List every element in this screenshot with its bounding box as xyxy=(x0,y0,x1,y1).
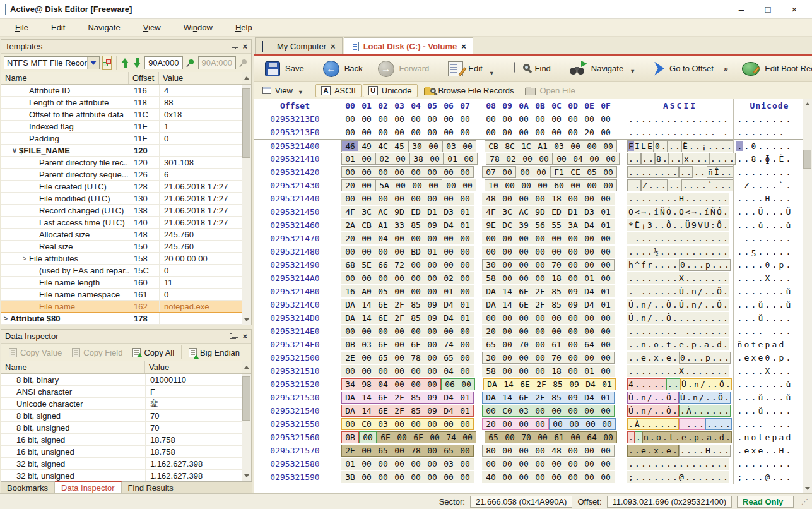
chevron-down-icon[interactable]: ▼ xyxy=(298,89,303,95)
inspector-row[interactable]: 32 bit, unsigned1.162.627.398 xyxy=(1,470,242,481)
template-row[interactable]: Parent directory file rec...120301.108 xyxy=(1,157,242,169)
close-panel-icon[interactable]: × xyxy=(242,42,247,51)
hex-row[interactable]: 0295321540DA146E2F8509D40100C00300000000… xyxy=(254,404,803,417)
hex-row[interactable]: 02953213E0000000000000000000000000000000… xyxy=(254,112,803,126)
template-row[interactable]: Padding11F0 xyxy=(1,133,242,145)
resize-grip[interactable]: ⋰ xyxy=(799,498,808,506)
hex-row[interactable]: 0295321490685E66720000000030000000700000… xyxy=(254,258,803,272)
column-value[interactable]: Value xyxy=(145,361,242,373)
hex-row[interactable]: 02953215002E0065007800650030000000700000… xyxy=(254,351,803,364)
template-row[interactable]: File name namespace1610 xyxy=(1,289,242,301)
hex-row[interactable]: 02953213F0000000000000000000000000000020… xyxy=(254,126,803,139)
template-row[interactable]: ∨$FILE_NAME120 xyxy=(1,145,242,157)
inspector-row[interactable]: 16 bit, signed18.758 xyxy=(1,434,242,446)
close-tab-icon[interactable]: × xyxy=(331,42,336,51)
goto-offset-button[interactable]: Go to Offset xyxy=(647,59,721,79)
hex-row[interactable]: 02953215903B0000000000000040000000000000… xyxy=(254,470,803,484)
close-tab-icon[interactable]: × xyxy=(461,42,466,51)
scroll-down-button[interactable] xyxy=(242,471,251,481)
tab-data-inspector[interactable]: Data Inspector xyxy=(55,481,122,493)
back-button[interactable]: ← Back xyxy=(315,57,370,80)
collapse-icon[interactable]: ∨ xyxy=(10,147,19,155)
hex-row[interactable]: 02953214B016A0050000000100DA146E2F8509D4… xyxy=(254,285,803,298)
menu-navigate[interactable]: Navigate xyxy=(79,20,129,35)
float-panel-icon[interactable] xyxy=(230,44,236,49)
hex-row[interactable]: 02953214602ACBA1338509D4019EDC3956553AD4… xyxy=(254,219,803,232)
tab-find-results[interactable]: Find Results xyxy=(122,482,180,493)
inspector-row[interactable]: 32 bit, signed1.162.627.398 xyxy=(1,458,242,470)
template-row[interactable]: Indexed flag11E1 xyxy=(1,121,242,133)
scroll-up-button[interactable] xyxy=(242,72,251,84)
hex-row[interactable]: 029532155000C003000000000020000000000000… xyxy=(254,417,803,431)
template-row[interactable]: >File attributes15820 00 00 00 xyxy=(1,253,242,265)
expand-icon[interactable]: > xyxy=(20,254,29,262)
scroll-up-button[interactable] xyxy=(803,99,812,109)
tab-my-computer[interactable]: My Computer × xyxy=(255,37,343,54)
template-row[interactable]: Record changed (UTC)13821.06.2018 17:27 xyxy=(1,205,242,217)
previous-record-button[interactable] xyxy=(121,56,130,70)
hex-row[interactable]: 0295321440000000000000000048000000180000… xyxy=(254,192,803,205)
hex-row[interactable]: 0295321530DA146E2F8509D401DA146E2F8509D4… xyxy=(254,391,803,404)
scroll-down-button[interactable] xyxy=(803,484,812,493)
unicode-toggle-button[interactable]: U Unicode xyxy=(363,84,418,97)
chevron-down-icon[interactable]: ▼ xyxy=(630,68,635,75)
tab-local-disk-c[interactable]: Local Disk (C:) - Volume × xyxy=(344,37,473,54)
chevron-down-icon[interactable]: ▼ xyxy=(489,70,495,76)
hex-row[interactable]: 02953214A0000000000000020058000000180001… xyxy=(254,272,803,285)
templates-scrollbar[interactable] xyxy=(242,85,251,325)
template-row[interactable]: File modified (UTC)13021.06.2018 17:27 xyxy=(1,193,242,205)
hex-row[interactable]: 0295321580010000000000030000000000000000… xyxy=(254,457,803,470)
menu-file[interactable]: File xyxy=(6,20,37,35)
column-name[interactable]: Name xyxy=(1,72,129,84)
expand-icon[interactable]: > xyxy=(1,314,10,322)
hex-row[interactable]: 029532148000000000BD01000000000000000000… xyxy=(254,245,803,258)
template-row[interactable]: Parent directory seque...1266 xyxy=(1,169,242,181)
column-value[interactable]: Value xyxy=(159,72,242,84)
minimize-button[interactable]: – xyxy=(736,4,746,15)
menu-edit[interactable]: Edit xyxy=(42,20,74,35)
inspector-row[interactable]: 16 bit, unsigned18.758 xyxy=(1,446,242,458)
pin-button[interactable] xyxy=(185,56,196,70)
scroll-down-button[interactable] xyxy=(242,315,251,325)
template-row[interactable]: File name length16011 xyxy=(1,277,242,289)
template-row[interactable]: Attribute ID1164 xyxy=(1,85,242,97)
template-row[interactable]: File created (UTC)12821.06.2018 17:27 xyxy=(1,181,242,193)
toolbar-overflow[interactable]: » xyxy=(724,64,728,73)
hex-row[interactable]: 0295321510000000000000040058000000180001… xyxy=(254,364,803,378)
maximize-button[interactable]: □ xyxy=(763,4,773,15)
tab-bookmarks[interactable]: Bookmarks xyxy=(1,482,55,493)
chevron-down-icon[interactable] xyxy=(87,57,99,69)
copy-all-button[interactable]: Copy All xyxy=(127,346,179,359)
template-row[interactable]: Length of the attribute11888 xyxy=(1,97,242,109)
column-name[interactable]: Name xyxy=(1,361,145,373)
template-row[interactable]: Real size150245.760 xyxy=(1,241,242,253)
hex-row[interactable]: 02953214C0DA146E2F8509D401DA146E2F8509D4… xyxy=(254,298,803,311)
hex-scrollbar[interactable] xyxy=(803,99,812,493)
navigate-button[interactable]: Navigate▼ xyxy=(562,60,643,78)
template-list-button[interactable] xyxy=(102,56,112,70)
float-panel-icon[interactable] xyxy=(230,333,236,339)
inspector-row[interactable]: 8 bit, signed70 xyxy=(1,410,242,422)
menu-help[interactable]: Help xyxy=(227,20,261,35)
hex-row[interactable]: 02953214504F3CAC9DEDD1D3014F3CAC9DEDD1D3… xyxy=(254,205,803,219)
ascii-toggle-button[interactable]: A ASCII xyxy=(315,84,362,97)
hex-row[interactable]: 0295321470200004000000000000000000000000… xyxy=(254,232,803,245)
inspector-row[interactable]: 8 bit, binary01000110 xyxy=(1,374,242,386)
menu-window[interactable]: Window xyxy=(175,20,221,35)
edit-boot-records-button[interactable]: Edit Boot Records xyxy=(734,59,812,79)
edit-button[interactable]: Edit▼ xyxy=(440,58,502,80)
hex-row[interactable]: 02953215600B006E006F00740065007000610064… xyxy=(254,431,803,444)
save-button[interactable]: Save xyxy=(257,58,312,80)
template-row[interactable]: File name162notepad.exe xyxy=(1,301,242,313)
pinned-address-input[interactable]: 90A:000 xyxy=(198,56,236,69)
hex-row[interactable]: 029532143020005A000000000010000000600000… xyxy=(254,179,803,192)
hex-row[interactable]: 02953214D0DA146E2F8509D40100000000000000… xyxy=(254,311,803,325)
template-select[interactable]: NTFS MFT File Record xyxy=(4,56,100,69)
close-button[interactable]: × xyxy=(789,4,799,15)
template-row[interactable]: Allocated size148245.760 xyxy=(1,229,242,241)
big-endian-button[interactable]: Big Endian xyxy=(184,346,245,359)
inspector-row[interactable]: ANSI characterF xyxy=(1,386,242,398)
find-button[interactable]: Find xyxy=(506,59,558,78)
inspector-row[interactable]: Unicode character䥆 xyxy=(1,398,242,410)
browse-file-records-button[interactable]: Browse File Records xyxy=(419,85,519,97)
